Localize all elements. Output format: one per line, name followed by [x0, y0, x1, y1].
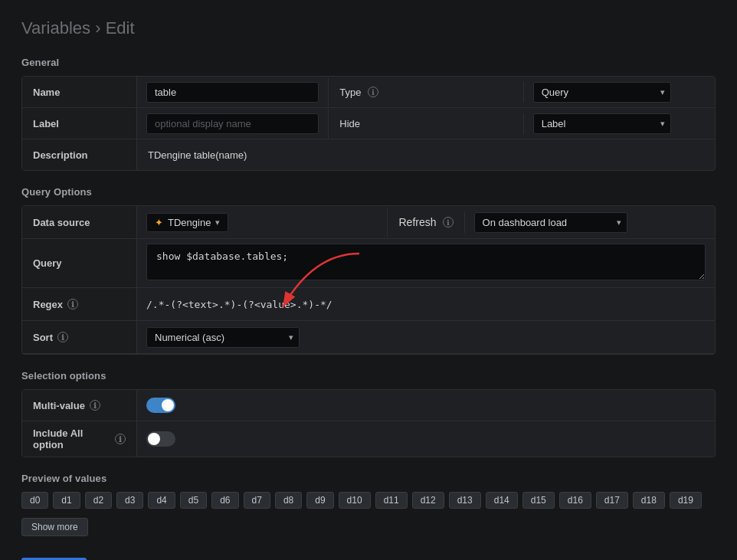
query-options-section-label: Query Options	[21, 186, 716, 198]
preview-chip: d1	[53, 492, 80, 509]
include-all-toggle[interactable]	[146, 431, 175, 447]
general-card: Name Type ℹ Query Custom Constant DataSo…	[21, 76, 716, 171]
regex-value: /.*-(?<text>.*)-(?<value>.*)-*/	[137, 294, 342, 315]
preview-chip: d0	[21, 492, 48, 509]
refresh-info-icon[interactable]: ℹ	[443, 217, 454, 228]
refresh-select-wrapper: On dashboard load On time range change N…	[474, 212, 627, 233]
include-all-row: Include All option ℹ	[22, 421, 715, 457]
preview-chip: d19	[670, 492, 702, 509]
sort-row: Sort ℹ Numerical (asc) Numerical (desc) …	[22, 321, 715, 354]
query-options-card: Data source ✦ TDengine ▾ Refresh ℹ On da…	[21, 205, 716, 355]
type-info-icon[interactable]: ℹ	[368, 87, 378, 97]
query-value-cell: show $database.tables;	[137, 239, 715, 287]
type-label-cell: Type ℹ	[329, 82, 523, 103]
datasource-star-icon: ✦	[155, 217, 163, 228]
breadcrumb-prefix: Variables	[21, 18, 90, 38]
show-more-button[interactable]: Show more	[21, 518, 88, 536]
label-input[interactable]	[146, 113, 319, 134]
hide-label-cell: Hide	[329, 113, 523, 134]
preview-chip: d11	[375, 492, 408, 509]
sort-value-cell: Numerical (asc) Numerical (desc) Alphabe…	[137, 323, 715, 352]
preview-chip: d5	[180, 492, 207, 509]
preview-chip: d12	[412, 492, 444, 509]
sort-select[interactable]: Numerical (asc) Numerical (desc) Alphabe…	[146, 327, 300, 348]
sort-label: Sort ℹ	[22, 321, 137, 353]
preview-chip: d10	[339, 492, 371, 509]
preview-chip: d7	[244, 492, 270, 509]
preview-chip: d13	[449, 492, 481, 509]
query-row: Query show $database.tables;	[22, 239, 715, 288]
multivalue-row: Multi-value ℹ	[22, 390, 715, 421]
hide-select[interactable]: Label Variable (empty)	[533, 113, 671, 134]
multivalue-toggle-thumb	[162, 399, 174, 411]
label-hide-row: Label Hide Label Variable (empty)	[22, 108, 715, 139]
datasource-cell: ✦ TDengine ▾	[137, 208, 388, 237]
selection-options-card: Multi-value ℹ Include All option ℹ	[21, 389, 716, 457]
sort-select-wrapper: Numerical (asc) Numerical (desc) Alphabe…	[146, 327, 300, 348]
regex-info-icon[interactable]: ℹ	[67, 299, 78, 309]
datasource-row: Data source ✦ TDengine ▾ Refresh ℹ On da…	[22, 206, 715, 239]
preview-chips-container: d0d1d2d3d4d5d6d7d8d9d10d11d12d13d14d15d1…	[21, 492, 716, 509]
sort-info-icon[interactable]: ℹ	[57, 332, 68, 342]
breadcrumb-current: Edit	[106, 18, 135, 38]
preview-chip: d8	[275, 492, 302, 509]
name-label: Name	[22, 77, 137, 107]
regex-row: Regex ℹ /.*-(?<text>.*)-(?<value>.*)-*/	[22, 288, 715, 321]
regex-label: Regex ℹ	[22, 288, 137, 320]
refresh-right: On dashboard load On time range change N…	[465, 208, 715, 237]
page-title: Variables › Edit	[21, 18, 716, 38]
multivalue-value-cell	[137, 393, 715, 418]
preview-chip: d14	[486, 492, 518, 509]
preview-chip: d4	[148, 492, 175, 509]
type-select[interactable]: Query Custom Constant DataSource Interva…	[533, 82, 671, 103]
hide-value-cell: Label Variable (empty)	[524, 109, 715, 139]
selection-options-section-label: Selection options	[21, 370, 716, 382]
multivalue-info-icon[interactable]: ℹ	[90, 400, 100, 411]
preview-section-label: Preview of values	[21, 473, 716, 484]
multivalue-label: Multi-value ℹ	[22, 390, 137, 421]
type-label: Type	[339, 87, 361, 98]
name-value-cell	[137, 77, 329, 107]
description-row: Description TDengine table(name)	[22, 139, 715, 170]
multivalue-toggle[interactable]	[146, 398, 175, 413]
query-textarea[interactable]: show $database.tables;	[146, 244, 706, 280]
preview-chip: d9	[306, 492, 333, 509]
type-value-cell: Query Custom Constant DataSource Interva…	[524, 77, 715, 107]
preview-chip: d16	[559, 492, 591, 509]
refresh-select[interactable]: On dashboard load On time range change N…	[474, 212, 627, 233]
label-label: Label	[22, 108, 137, 139]
name-type-row: Name Type ℹ Query Custom Constant DataSo…	[22, 77, 715, 108]
preview-chip: d2	[85, 492, 112, 509]
refresh-cell: Refresh ℹ	[388, 211, 464, 233]
include-all-label: Include All option ℹ	[22, 421, 137, 457]
hide-select-wrapper: Label Variable (empty)	[533, 113, 671, 134]
preview-chip: d3	[116, 492, 143, 509]
description-value: TDengine table(name)	[137, 143, 257, 167]
preview-chip: d17	[596, 492, 628, 509]
preview-chip: d6	[211, 492, 238, 509]
include-all-info-icon[interactable]: ℹ	[115, 434, 126, 444]
refresh-label: Refresh	[398, 216, 436, 228]
general-section-label: General	[21, 57, 716, 68]
label-value-cell	[137, 109, 329, 139]
hide-label: Hide	[339, 118, 360, 129]
type-select-wrapper: Query Custom Constant DataSource Interva…	[533, 82, 671, 103]
name-input[interactable]	[146, 82, 319, 103]
datasource-name: TDengine	[168, 217, 211, 228]
include-all-toggle-thumb	[148, 433, 160, 445]
datasource-chevron-icon: ▾	[215, 218, 220, 228]
query-label: Query	[22, 239, 137, 287]
description-label: Description	[22, 139, 137, 170]
datasource-label: Data source	[22, 206, 137, 238]
preview-chip: d18	[633, 492, 665, 509]
datasource-badge[interactable]: ✦ TDengine ▾	[146, 213, 228, 232]
breadcrumb-separator: ›	[95, 18, 105, 38]
include-all-value-cell	[137, 427, 715, 451]
preview-chip: d15	[522, 492, 555, 509]
